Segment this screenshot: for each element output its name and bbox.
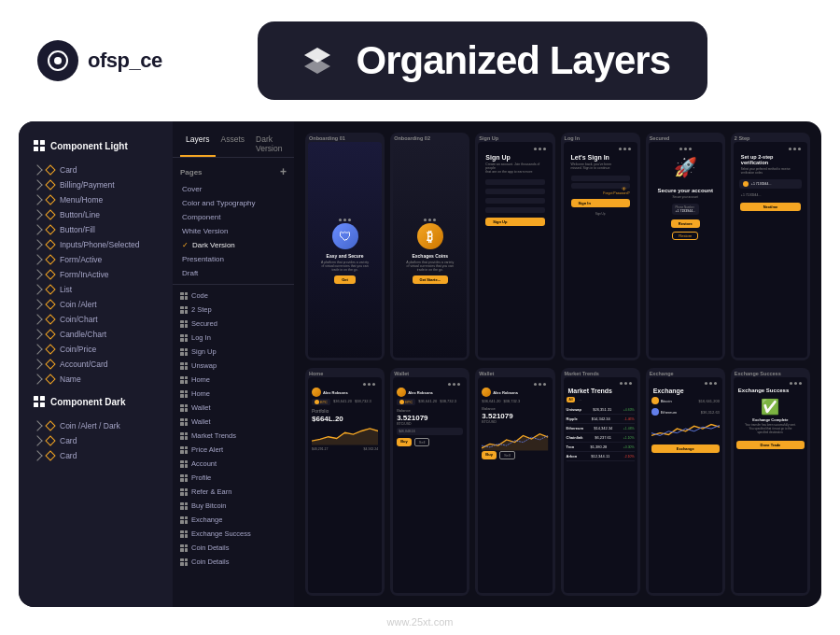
list-item[interactable]: Form/Active xyxy=(28,252,163,267)
get-started-button[interactable]: Get Starte... xyxy=(413,275,448,284)
layer-item-home1[interactable]: Home xyxy=(173,373,294,387)
chevron-icon xyxy=(32,344,42,354)
diamond-icon xyxy=(45,254,55,264)
grid-icon-small xyxy=(180,488,188,496)
exchange-chart xyxy=(651,419,720,443)
list-item[interactable]: List xyxy=(28,282,163,297)
chevron-icon xyxy=(32,224,42,234)
list-item[interactable]: Menu/Home xyxy=(28,192,163,207)
phone-label: Exchange Success xyxy=(731,368,810,377)
buy-button[interactable]: Buy xyxy=(397,438,412,446)
list-item[interactable]: Card xyxy=(28,162,163,177)
page-item-draft[interactable]: Draft xyxy=(173,266,294,280)
layer-item-account[interactable]: Account xyxy=(173,457,294,471)
layer-item-market[interactable]: Market Trends xyxy=(173,429,294,443)
layer-item-profile[interactable]: Profile xyxy=(173,471,294,485)
phone-screen: Alex Robsons $36,641.20 $38,732.3 Balanc… xyxy=(478,377,552,593)
phone-screen: Alex Robsons BTC $36,641.20 $38,732.3 Ba… xyxy=(393,377,467,593)
phone-wallet2: Wallet Alex Robsons $36,641.20 $38,732.3… xyxy=(475,368,554,596)
page-item-cover[interactable]: Cover xyxy=(173,182,294,196)
phone-label: 2 Step xyxy=(731,133,810,142)
layer-item-exchangesuccess[interactable]: Exchange Success xyxy=(173,527,294,541)
layer-item-home2[interactable]: Home xyxy=(173,387,294,401)
list-item[interactable]: Account/Card xyxy=(28,357,163,372)
phone-screen: Market Trends All ... Uniswap $26,351.31… xyxy=(564,377,637,593)
list-item[interactable]: Card xyxy=(28,433,163,448)
tab-layers[interactable]: Layers xyxy=(180,131,216,157)
layer-item-coindetails1[interactable]: Coin Details xyxy=(173,541,294,555)
signup-button[interactable]: Sign Up xyxy=(485,218,544,226)
portfolio-chart xyxy=(312,423,378,446)
signin-button[interactable]: Sign In xyxy=(571,199,630,207)
layer-item-2step[interactable]: 2 Step xyxy=(173,303,294,317)
layer-item-buybitcoin[interactable]: Buy Bitcoin xyxy=(173,499,294,513)
layer-item-unswap[interactable]: Unswap xyxy=(173,359,294,373)
secure-button[interactable]: Restore xyxy=(671,219,700,228)
list-item[interactable]: Coin /Alert / Dark xyxy=(28,418,163,433)
layer-item-wallet2[interactable]: Wallet xyxy=(173,415,294,429)
list-item[interactable]: Button/Fill xyxy=(28,222,163,237)
layer-item-login[interactable]: Log In xyxy=(173,331,294,345)
phone-screen: 🛡 Easy and Secure A platform that provid… xyxy=(308,142,382,358)
phone-screen: Alex Robsons BTC $36,641.20 $38,732.3 Po… xyxy=(308,377,382,593)
grid-icon-small xyxy=(180,362,188,370)
chevron-icon xyxy=(32,450,42,460)
layer-item-referearn[interactable]: Refer & Earn xyxy=(173,485,294,499)
get-started-button[interactable]: Get xyxy=(334,275,356,284)
diamond-icon xyxy=(45,179,55,190)
tab-dark-version[interactable]: Dark Version xyxy=(250,131,287,157)
list-item[interactable]: Coin/Price xyxy=(28,342,163,357)
grid-icon-small xyxy=(180,544,188,552)
list-item[interactable]: Candle/Chart xyxy=(28,327,163,342)
buy-button[interactable]: Buy xyxy=(482,451,497,459)
market-row: Chainlink $6,237.61 +1.10% xyxy=(567,433,635,443)
layer-item-exchange[interactable]: Exchange xyxy=(173,513,294,527)
next-button[interactable]: Next/me xyxy=(740,203,801,211)
list-item[interactable]: Coin /Alert xyxy=(28,297,163,312)
list-item[interactable]: Button/Line xyxy=(28,207,163,222)
avatar xyxy=(397,388,406,397)
phone-screen: Set up 2-step verification Select your p… xyxy=(734,142,807,358)
grid-icon-small xyxy=(180,432,188,440)
previews-area: Onboarding 01 🛡 Easy and Secure A platfo… xyxy=(294,121,821,607)
phone-secured: Secured 🚀 Secure your account Secure you… xyxy=(646,133,725,360)
phone-label: Log In xyxy=(561,133,640,142)
list-item[interactable]: Card xyxy=(28,448,163,463)
layer-item-coindetails2[interactable]: Coin Details xyxy=(173,555,294,569)
page-item-dark[interactable]: ✓ Dark Version xyxy=(173,238,294,252)
list-item[interactable]: Billing/Payment xyxy=(28,177,163,192)
exchange-button[interactable]: Exchange xyxy=(651,444,720,453)
grid-icon-small xyxy=(180,306,188,314)
phone-wallet: Wallet Alex Robsons BTC $36,641.20 $38,7… xyxy=(390,368,469,596)
page-item-component[interactable]: Component xyxy=(173,210,294,224)
list-item[interactable]: Form/InActive xyxy=(28,267,163,282)
page-item-presentation[interactable]: Presentation xyxy=(173,252,294,266)
list-item[interactable]: Name xyxy=(28,372,163,387)
list-item[interactable]: Coin/Chart xyxy=(28,312,163,327)
layer-item-code[interactable]: Code xyxy=(173,289,294,303)
layer-item-pricealert[interactable]: Price Alert xyxy=(173,443,294,457)
chevron-icon xyxy=(32,194,42,205)
diamond-icon xyxy=(45,194,55,205)
page-item-colortypo[interactable]: Color and Typography xyxy=(173,196,294,210)
phone-signup: Sign Up Sign Up Create an account. Join … xyxy=(475,133,554,360)
logo-area: ofsp_ce xyxy=(37,40,162,81)
list-item[interactable]: Inputs/Phone/Selected xyxy=(28,237,163,252)
tab-assets[interactable]: Assets xyxy=(216,131,251,157)
phone-label: Onboarding 01 xyxy=(305,133,385,142)
layer-item-wallet1[interactable]: Wallet xyxy=(173,401,294,415)
layer-item-signup[interactable]: Sign Up xyxy=(173,345,294,359)
phone-screen: Sign Up Create an account. Join thousand… xyxy=(478,142,552,358)
panel-tabs: Layers Assets Dark Version xyxy=(173,121,294,158)
diamond-icon xyxy=(45,269,55,279)
diamond-icon xyxy=(45,164,55,175)
layer-item-secured[interactable]: Secured xyxy=(173,317,294,331)
phone-screen: Exchange Bitcoin $16,641,200 Ethereum xyxy=(649,377,722,593)
done-button[interactable]: Done Trade xyxy=(736,441,805,449)
phone-2step: 2 Step Set up 2-step verification Select… xyxy=(731,133,810,360)
page-item-white[interactable]: White Version xyxy=(173,224,294,238)
component-light-title: Component Light xyxy=(28,136,163,155)
grid-icon-small xyxy=(180,502,188,510)
btc-icon xyxy=(651,397,659,404)
phone-label: Wallet xyxy=(475,368,554,377)
